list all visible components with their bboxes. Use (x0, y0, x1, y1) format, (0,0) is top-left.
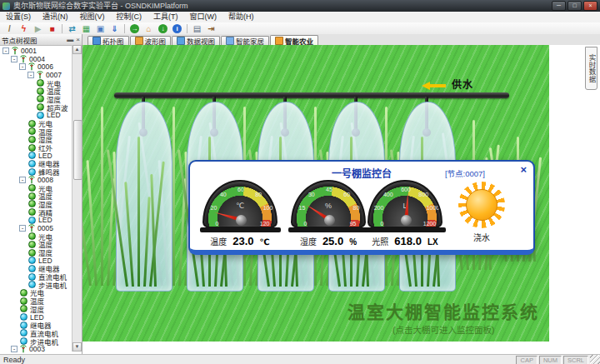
menu-window[interactable]: 窗口(W) (184, 12, 223, 22)
sun-icon[interactable] (458, 182, 505, 228)
expand-toggle-icon[interactable]: - (19, 225, 26, 232)
tree-leaf-actuator[interactable]: 步进电机 (0, 337, 72, 346)
tree-leaf-sensor[interactable]: 温度 (0, 127, 72, 136)
gauge-readout: 湿度25.0% (287, 235, 370, 247)
expand-toggle-icon[interactable]: - (19, 177, 26, 183)
tree-leaf-sensor[interactable]: 湿度 (0, 136, 72, 144)
menu-view[interactable]: 视图(V) (74, 12, 111, 22)
update-icon[interactable]: ↓ (157, 23, 169, 34)
tree-leaf-actuator[interactable]: 继电器 (0, 160, 72, 168)
actuator-icon (28, 168, 36, 176)
sensor-icon (28, 136, 36, 143)
tree-leaf-actuator[interactable]: LED (0, 257, 72, 265)
minimize-button[interactable]: ─ (552, 1, 566, 11)
exit-icon[interactable]: ⇥ (205, 23, 218, 34)
tab-waveform[interactable]: 波形图 (130, 36, 172, 45)
sensor-icon (20, 289, 28, 297)
scroll-down-icon[interactable]: ▼ (72, 342, 82, 352)
tree-leaf-sensor[interactable]: 湿度 (0, 200, 72, 208)
gauge-tick-label: 0 (303, 221, 307, 227)
gauge-label: 光照 (372, 235, 388, 247)
sensor-icon (37, 79, 44, 87)
tree-leaf-actuator[interactable]: 蜂鸣器 (0, 167, 72, 176)
menu-help[interactable]: 帮助(H) (222, 12, 260, 22)
tree-leaf-sensor[interactable]: 光电 (0, 232, 72, 241)
pin-icon[interactable]: ▬ (67, 36, 73, 43)
actuator-icon (28, 217, 36, 224)
com-config-icon[interactable]: ⇄ (66, 23, 78, 34)
edit-icon[interactable]: / (3, 23, 16, 34)
temperature-gauge: 020406080100120℃温度23.0℃ (198, 180, 282, 247)
expand-toggle-icon[interactable]: - (11, 56, 18, 62)
tree-leaf-actuator[interactable]: LED (0, 216, 72, 224)
tree-item-label: 0006 (38, 62, 53, 71)
gauge-label: 温度 (210, 235, 227, 247)
tree-leaf-actuator[interactable]: LED (0, 112, 72, 120)
scrollbar-thumb[interactable] (73, 120, 82, 180)
lightning-icon[interactable]: ϟ (18, 23, 30, 34)
tree-leaf-sensor[interactable]: 温度 (0, 192, 72, 200)
sun-action-label: 浇水 (455, 231, 508, 243)
run-icon[interactable]: → (128, 23, 141, 34)
tree-leaf-sensor[interactable]: 酒精 (0, 208, 72, 217)
stop-icon[interactable]: ■ (46, 23, 58, 34)
sensor-icon (28, 249, 36, 257)
download-icon[interactable]: ⇓ (108, 23, 121, 34)
side-tab-realtime-data[interactable]: 实时数据 (585, 47, 598, 90)
menu-settings[interactable]: 设置(S) (0, 12, 37, 22)
tree-scrollbar[interactable]: ▲ ▼ (72, 45, 82, 352)
layout-icon[interactable]: ▣ (94, 23, 107, 34)
status-indicator: SCRL (563, 356, 588, 364)
expand-toggle-icon[interactable]: - (19, 63, 26, 70)
application-window: 奥尔斯物联网综合数字实验平台 - OSNDKIMPlatform ─□× 设置(… (0, 0, 600, 364)
gauge-readout: 光照618.0LX (363, 235, 447, 247)
expand-toggle-icon[interactable]: - (28, 72, 34, 78)
home-icon[interactable]: ⌂ (142, 23, 155, 34)
menu-comm[interactable]: 通讯(N) (37, 12, 74, 22)
tree-leaf-actuator[interactable]: LED (0, 152, 72, 160)
play-icon[interactable]: ▶ (32, 23, 44, 34)
antenna-icon (28, 224, 36, 232)
waveform-image-icon[interactable]: ▦ (80, 23, 92, 34)
screen-icon[interactable]: ▤ (191, 23, 203, 34)
scene-subline: (点击大棚可进入监控面板) (392, 323, 495, 336)
tab-dataview[interactable]: 数据视图 (172, 36, 220, 45)
toolbar-separator (187, 24, 188, 33)
tree-node-0005[interactable]: -0005 (0, 224, 72, 232)
dialog-node-ref: [节点:0007] (445, 167, 485, 179)
tree-leaf-sensor[interactable]: 光电 (0, 119, 72, 127)
dialog-close-icon[interactable]: × (520, 164, 527, 175)
title-bar[interactable]: 奥尔斯物联网综合数字实验平台 - OSNDKIMPlatform ─□× (0, 0, 600, 12)
tab-smartagri[interactable]: 智能农业 (270, 35, 318, 45)
scroll-up-icon[interactable]: ▲ (72, 45, 82, 54)
tree-node-0004[interactable]: -0004 (0, 55, 72, 63)
tree-leaf-sensor[interactable]: 湿度 (0, 305, 72, 313)
tree-leaf-sensor[interactable]: 温度 (0, 87, 72, 95)
sun-control[interactable]: 浇水 (455, 182, 508, 243)
tree-leaf-sensor[interactable]: 光电 (0, 79, 72, 87)
tree-leaf-sensor[interactable]: 超声波 (0, 103, 72, 112)
sensor-icon (28, 192, 36, 200)
tree-leaf-sensor[interactable]: 红外 (0, 143, 72, 152)
resize-grip[interactable] (590, 355, 600, 364)
maximize-button[interactable]: □ (568, 1, 582, 11)
tree-leaf-sensor[interactable]: 湿度 (0, 248, 72, 257)
actuator-icon (28, 257, 36, 264)
menu-control[interactable]: 控制(C) (111, 12, 148, 22)
close-icon[interactable]: × (76, 36, 80, 43)
tree-node-0001[interactable]: -0001 (0, 47, 72, 55)
tree-node-0008[interactable]: -0008 (0, 176, 72, 184)
tree-node-0007[interactable]: -0007 (0, 71, 72, 79)
gauge-hub (401, 215, 412, 226)
tab-topology[interactable]: 拓扑图 (88, 36, 129, 45)
tab-smarthome[interactable]: 智能家居 (221, 36, 269, 45)
expand-toggle-icon[interactable]: - (11, 346, 18, 352)
tree-node-0006[interactable]: -0006 (0, 62, 72, 71)
info-icon[interactable]: i (171, 23, 183, 34)
tree-leaf-sensor[interactable]: 光电 (0, 184, 72, 192)
tree-node-0003[interactable]: -0003 (0, 345, 72, 353)
close-button[interactable]: × (583, 1, 598, 11)
expand-toggle-icon[interactable]: - (2, 47, 9, 54)
menu-tools[interactable]: 工具(T) (148, 12, 184, 22)
tree-leaf-sensor[interactable]: 温度 (0, 241, 72, 249)
